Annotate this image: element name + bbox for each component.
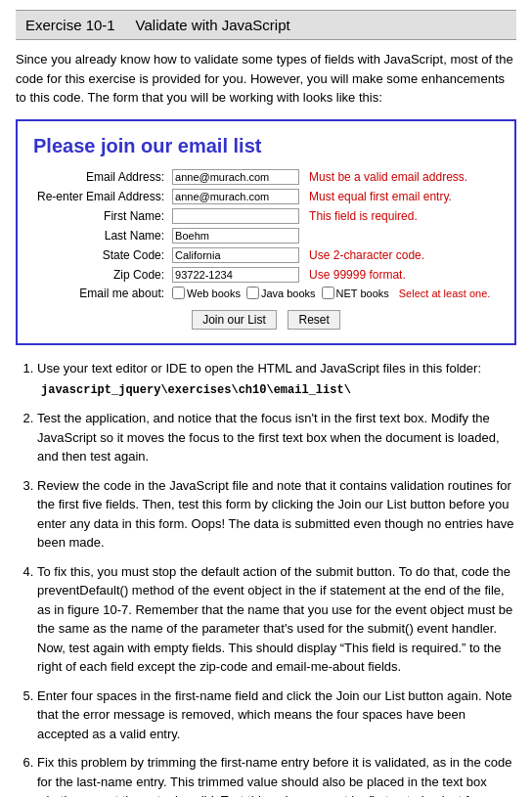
checkbox-group: Web books Java books NET books Select at…: [172, 287, 495, 299]
javabooks-text: Java books: [261, 288, 316, 299]
form-fields-table: Email Address: Must be a valid email add…: [33, 167, 499, 302]
form-title: Please join our email list: [33, 135, 499, 157]
zipcode-error: Use 99999 format.: [305, 265, 499, 285]
zipcode-input[interactable]: [172, 267, 299, 283]
instruction-6: Fix this problem by trimming the first-n…: [37, 753, 516, 797]
instruction-4: To fix this, you must stop the default a…: [37, 562, 516, 677]
exercise-header: Exercise 10-1 Validate with JavaScript: [16, 10, 516, 40]
email-input[interactable]: [172, 169, 299, 185]
netbooks-label[interactable]: NET books: [322, 287, 389, 299]
javabooks-label[interactable]: Java books: [246, 287, 316, 299]
re-email-error: Must equal first email entry.: [305, 187, 499, 206]
webbooks-checkbox[interactable]: [172, 287, 185, 299]
lastname-input[interactable]: [172, 228, 299, 244]
lastname-row: Last Name:: [33, 226, 499, 245]
instruction-5: Enter four spaces in the first-name fiel…: [37, 686, 516, 744]
re-email-input[interactable]: [172, 189, 299, 204]
zipcode-label: Zip Code:: [33, 265, 168, 285]
firstname-input[interactable]: [172, 208, 299, 224]
intro-paragraph: Since you already know how to validate s…: [16, 50, 516, 108]
statecode-row: State Code: Use 2-character code.: [33, 245, 499, 265]
emailabout-row: Email me about: Web books Java books NET…: [33, 285, 499, 302]
re-email-row: Re-enter Email Address: Must equal first…: [33, 187, 499, 206]
lastname-label: Last Name:: [33, 226, 168, 245]
webbooks-label[interactable]: Web books: [172, 287, 241, 299]
folder-path: javascript_jquery\exercises\ch10\email_l…: [37, 381, 516, 399]
email-label: Email Address:: [33, 167, 168, 187]
exercise-subtitle: Validate with JavaScript: [136, 17, 290, 33]
exercise-number: Exercise 10-1: [25, 17, 115, 33]
instruction-3: Review the code in the JavaScript file a…: [37, 476, 516, 553]
form-preview: Please join our email list Email Address…: [16, 119, 516, 345]
join-button[interactable]: Join our List: [192, 310, 277, 330]
instructions-section: Use your text editor or IDE to open the …: [16, 359, 516, 798]
netbooks-text: NET books: [336, 288, 389, 299]
zipcode-row: Zip Code: Use 99999 format.: [33, 265, 499, 285]
firstname-row: First Name: This field is required.: [33, 206, 499, 226]
instruction-1: Use your text editor or IDE to open the …: [37, 359, 516, 400]
checkbox-error: Select at least one.: [399, 288, 491, 299]
form-buttons: Join our List Reset: [33, 310, 499, 330]
netbooks-checkbox[interactable]: [322, 287, 334, 299]
email-row: Email Address: Must be a valid email add…: [33, 167, 499, 187]
statecode-input[interactable]: [172, 247, 299, 263]
statecode-label: State Code:: [33, 245, 168, 265]
javabooks-checkbox[interactable]: [246, 287, 259, 299]
re-email-label: Re-enter Email Address:: [33, 187, 168, 206]
reset-button[interactable]: Reset: [288, 310, 339, 330]
firstname-label: First Name:: [33, 206, 168, 226]
lastname-error: [305, 226, 499, 245]
statecode-error: Use 2-character code.: [305, 245, 499, 265]
firstname-error: This field is required.: [305, 206, 499, 226]
webbooks-text: Web books: [187, 288, 241, 299]
instructions-list: Use your text editor or IDE to open the …: [16, 359, 516, 798]
instruction-2: Test the application, and notice that th…: [37, 409, 516, 466]
emailabout-label: Email me about:: [33, 285, 168, 302]
email-error: Must be a valid email address.: [305, 167, 499, 187]
